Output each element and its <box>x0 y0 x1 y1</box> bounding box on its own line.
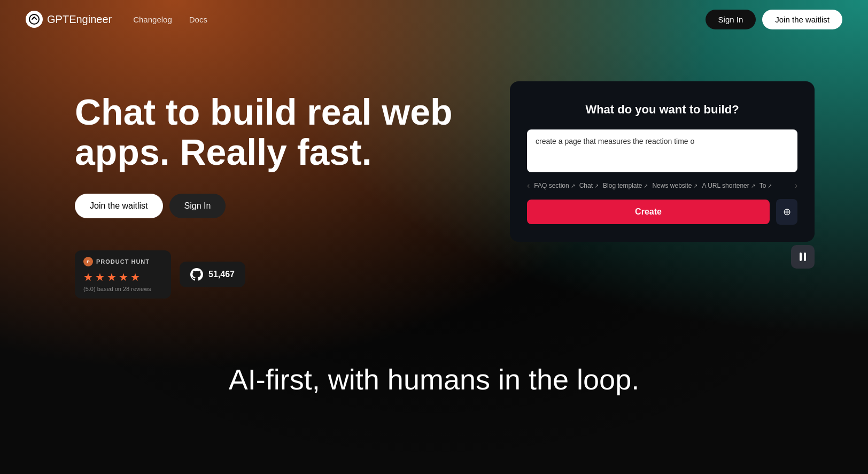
pause-icon <box>800 253 806 261</box>
sugg-faq[interactable]: FAQ section <box>534 182 575 189</box>
sugg-url[interactable]: A URL shortener <box>702 182 755 189</box>
pause-button[interactable] <box>791 245 815 269</box>
sugg-news[interactable]: News website <box>652 182 698 189</box>
github-icon <box>190 268 203 281</box>
nav-changelog[interactable]: Changelog <box>133 15 172 24</box>
star-5: ★ <box>130 271 140 284</box>
ph-reviews: (5.0) based on 28 reviews <box>83 286 162 292</box>
ph-icon: P <box>83 257 93 266</box>
hero-title: Chat to build real web apps. Really fast… <box>75 92 467 172</box>
waitlist-nav-button[interactable]: Join the waitlist <box>762 10 842 29</box>
sugg-to[interactable]: To <box>759 182 772 189</box>
logo-icon <box>26 11 43 28</box>
bottom-title-text: AI-first, with humans in the loop. <box>229 363 639 395</box>
settings-button[interactable]: ⊕ <box>776 199 797 225</box>
demo-card-title: What do you want to build? <box>527 103 797 117</box>
signin-hero-button[interactable]: Sign In <box>169 194 226 218</box>
logo-text: GPTEngineer <box>47 13 112 26</box>
hero-buttons: Join the waitlist Sign In <box>75 194 467 218</box>
sugg-next-arrow[interactable]: › <box>795 181 797 190</box>
sugg-chat[interactable]: Chat <box>579 182 599 189</box>
demo-textarea[interactable] <box>527 129 797 172</box>
settings-icon: ⊕ <box>783 206 791 218</box>
nav-docs[interactable]: Docs <box>189 15 207 24</box>
github-count: 51,467 <box>208 270 235 279</box>
nav-links: Changelog Docs <box>133 15 705 24</box>
svg-point-0 <box>29 14 39 24</box>
svg-text:P: P <box>87 259 90 264</box>
navbar: GPTEngineer Changelog Docs Sign In Join … <box>0 0 868 39</box>
pause-bar-right <box>804 253 806 261</box>
star-2: ★ <box>95 271 105 284</box>
stars: ★ ★ ★ ★ ★ <box>83 271 162 284</box>
github-badge[interactable]: 51,467 <box>180 262 245 287</box>
star-1: ★ <box>83 271 93 284</box>
ph-label: PRODUCT HUNT <box>96 258 150 265</box>
ph-header: P PRODUCT HUNT <box>83 257 162 266</box>
hero-left: Chat to build real web apps. Really fast… <box>75 81 467 299</box>
demo-card: What do you want to build? ‹ FAQ section… <box>510 81 815 242</box>
nav-actions: Sign In Join the waitlist <box>706 10 842 29</box>
logo[interactable]: GPTEngineer <box>26 11 112 28</box>
demo-footer: Create ⊕ <box>527 199 797 225</box>
sugg-blog[interactable]: Blog template <box>603 182 648 189</box>
star-3: ★ <box>107 271 117 284</box>
create-button[interactable]: Create <box>527 200 770 224</box>
signin-nav-button[interactable]: Sign In <box>706 10 756 29</box>
star-4: ★ <box>119 271 128 284</box>
demo-suggestions: ‹ FAQ section Chat Blog template News we… <box>527 181 797 190</box>
sugg-prev-arrow[interactable]: ‹ <box>527 181 530 190</box>
social-proof: P PRODUCT HUNT ★ ★ ★ ★ ★ (5.0) based on … <box>75 250 467 299</box>
hero-title-bold: Chat <box>75 91 156 132</box>
bottom-section: AI-first, with humans in the loop. <box>0 299 868 396</box>
pause-bar-left <box>800 253 802 261</box>
hero-section: Chat to build real web apps. Really fast… <box>0 39 868 299</box>
waitlist-hero-button[interactable]: Join the waitlist <box>75 194 163 218</box>
bottom-title: AI-first, with humans in the loop. <box>0 363 868 396</box>
product-hunt-badge: P PRODUCT HUNT ★ ★ ★ ★ ★ (5.0) based on … <box>75 250 171 299</box>
sugg-pills: FAQ section Chat Blog template News webs… <box>534 182 790 189</box>
